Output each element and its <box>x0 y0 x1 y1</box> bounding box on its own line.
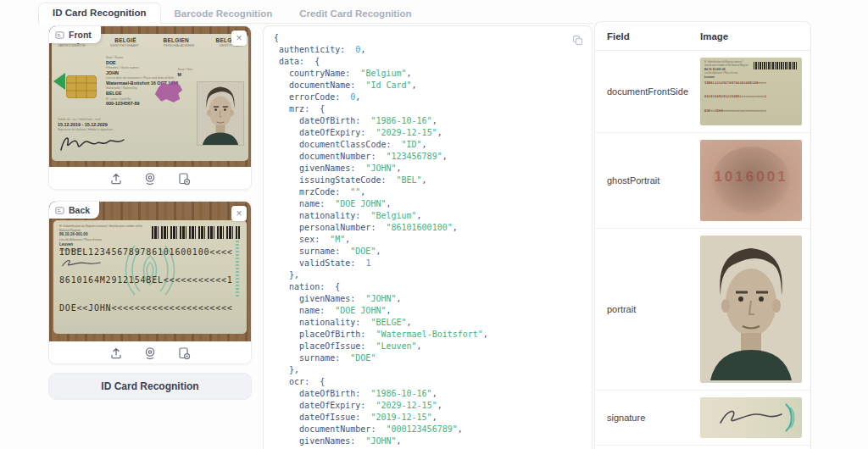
tab-id-card-recognition[interactable]: ID Card Recognition <box>38 3 161 24</box>
fields-panel: Field Image documentFrontSide N° d'ident… <box>594 21 811 449</box>
teal-microtext-strip <box>236 241 239 297</box>
thumb-mrz-line-1: IDBEL123456789786101600100<<<< <box>704 80 766 86</box>
smartcard-chip-icon <box>66 75 97 98</box>
front-chip-label: Front <box>69 30 92 40</box>
surname-value: DOE <box>106 60 195 66</box>
field-column-header: Field <box>607 31 700 42</box>
field-name: signature <box>607 413 700 423</box>
signature-thumbnail <box>700 397 802 438</box>
webcam-icon[interactable] <box>143 172 157 186</box>
card-side-icon <box>55 206 64 215</box>
front-bottom-block: Valide du - au / Valid from - until 15.1… <box>58 118 159 155</box>
front-close-icon[interactable]: × <box>231 30 247 46</box>
table-row-ghost-portrait: ghostPortrait 1016001 <box>595 133 810 229</box>
field-name: documentFrontSide <box>607 86 700 97</box>
back-card-panel: Back × N° d'identification du Registre n… <box>48 201 252 364</box>
mrz-line-1: IDBEL123456789786101600100<<<< <box>59 247 233 257</box>
ghost-portrait-thumbnail: 1016001 <box>700 140 802 221</box>
sex-block: Sexe / Sex M <box>178 68 192 78</box>
subtitle-de: PERSONALAUSWEIS <box>164 44 194 47</box>
portrait-thumbnail <box>700 236 802 383</box>
table-row-document-front-side: documentFrontSide N° d'identification du… <box>595 51 810 133</box>
teal-chevron-art <box>783 401 797 435</box>
tab-credit-card-recognition[interactable]: Credit Card Recognition <box>286 4 425 24</box>
upload-icon[interactable] <box>109 172 123 186</box>
mrz-line-2: 8610164M2912154BEL<<<<<<<<<<<1 <box>59 275 233 285</box>
webcam-icon[interactable] <box>143 346 157 360</box>
app-screen: ID Card Recognition Barcode Recognition … <box>0 0 868 449</box>
country-de: BELGIEN <box>164 37 189 43</box>
back-close-icon[interactable]: × <box>231 206 247 221</box>
left-column: Front × BELGIQUE BELGIË BELGIEN BELGIUM … <box>48 25 252 400</box>
subtitle-fr: CARTE D'IDENTITE <box>58 44 86 47</box>
image-column-header: Image <box>700 31 728 42</box>
front-chip: Front <box>49 26 101 43</box>
thumb-barcode-art <box>754 62 798 69</box>
field-name: portrait <box>607 304 700 314</box>
thumb-mrz-line-2: 8610164M2912154BEL<<<<<<<<<<<1 <box>704 94 766 99</box>
file-badge-icon[interactable] <box>177 346 191 360</box>
ghost-digits: 1016001 <box>700 169 802 186</box>
mrz-line-3: DOE<<JOHN<<<<<<<<<<<<<<<<<<<<< <box>59 303 233 313</box>
back-card-toolbar <box>49 341 251 364</box>
back-chip: Back <box>49 202 99 219</box>
json-result-panel: { authenticity: 0, data: { countryName: … <box>263 25 593 449</box>
belgium-map-shape <box>152 78 184 104</box>
front-portrait-photo <box>197 81 244 146</box>
upload-icon[interactable] <box>109 346 123 360</box>
back-chip-label: Back <box>69 205 90 215</box>
thumb-register-label: N° d'identification du Registre national… <box>704 61 751 68</box>
holder-signature-art <box>58 133 159 155</box>
validity-value: 15.12.2019 - 15.12.2029 <box>58 122 159 128</box>
mrz-block: IDBEL123456789786101600100<<<< 8610164M2… <box>59 229 233 331</box>
front-card-toolbar <box>49 167 251 190</box>
country-nl: BELGIË <box>114 37 136 43</box>
table-row-signature: signature <box>595 391 810 446</box>
subtitle-nl: IDENTITEITSKAART <box>110 44 139 47</box>
signature-label: Signature du titulaire / Holder's signat… <box>58 128 159 132</box>
tab-bar: ID Card Recognition Barcode Recognition … <box>38 3 593 24</box>
table-row-portrait: portrait <box>595 229 810 391</box>
copy-icon[interactable] <box>569 31 586 48</box>
id-card-recognition-button[interactable]: ID Card Recognition <box>48 373 252 400</box>
front-card-image: BELGIQUE BELGIË BELGIEN BELGIUM CARTE D'… <box>49 26 251 167</box>
card-side-icon <box>55 30 64 40</box>
front-subtitles: CARTE D'IDENTITE IDENTITEITSKAART PERSON… <box>52 43 248 47</box>
tab-barcode-recognition[interactable]: Barcode Recognition <box>161 4 287 24</box>
green-arrow-shape <box>53 73 65 90</box>
thumb-mrz-block: IDBEL123456789786101600100<<<< 8610164M2… <box>704 71 766 123</box>
document-front-side-thumbnail: N° d'identification du Registre national… <box>700 58 802 125</box>
field-name: ghostPortrait <box>607 175 700 186</box>
id-card-back-art: N° d'identification du Registre national… <box>53 220 247 334</box>
id-card-front-art: BELGIQUE BELGIË BELGIEN BELGIUM CARTE D'… <box>52 34 248 161</box>
back-card-image: N° d'identification du Registre national… <box>49 202 251 341</box>
fields-table-header: Field Image <box>595 22 810 51</box>
json-code: { authenticity: 0, data: { countryName: … <box>264 26 592 449</box>
thumb-mrz-line-3: DOE<<JOHN<<<<<<<<<<<<<<<<<<<<< <box>704 108 766 114</box>
file-badge-icon[interactable] <box>177 172 191 186</box>
front-card-panel: Front × BELGIQUE BELGIË BELGIEN BELGIUM … <box>48 25 252 190</box>
